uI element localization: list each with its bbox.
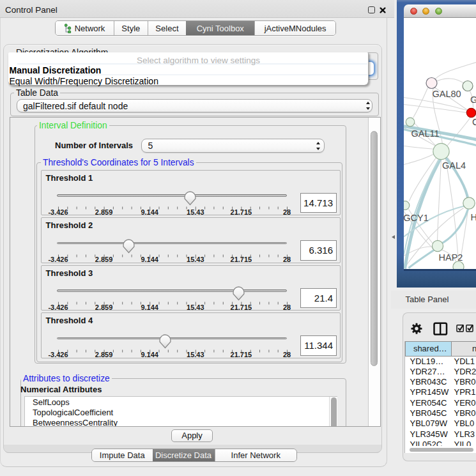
svg-text:H: H: [470, 211, 476, 222]
svg-text:GCY1: GCY1: [404, 213, 429, 223]
svg-text:C: C: [472, 117, 476, 127]
svg-text:HAP2: HAP2: [438, 252, 463, 262]
svg-text:GAL80: GAL80: [432, 89, 461, 99]
svg-text:GA: GA: [470, 94, 476, 104]
svg-text:GAL4: GAL4: [442, 160, 466, 171]
svg-text:GAL11: GAL11: [411, 128, 439, 139]
